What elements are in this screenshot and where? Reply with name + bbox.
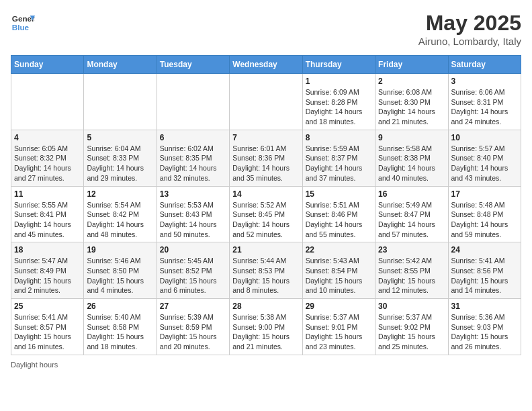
day-info: Sunrise: 6:05 AMSunset: 8:32 PMDaylight:… — [14, 144, 81, 183]
day-info: Sunrise: 6:08 AMSunset: 8:30 PMDaylight:… — [378, 87, 445, 127]
footer: Daylight hours — [11, 361, 521, 369]
day-info: Sunrise: 6:02 AMSunset: 8:35 PMDaylight:… — [160, 144, 226, 183]
calendar-cell: 22Sunrise: 5:43 AMSunset: 8:54 PMDayligh… — [302, 242, 375, 299]
day-number: 18 — [14, 245, 81, 255]
day-number: 25 — [14, 302, 81, 311]
weekday-header: Monday — [84, 56, 157, 74]
day-info: Sunrise: 6:04 AMSunset: 8:33 PMDaylight:… — [87, 144, 153, 183]
day-number: 15 — [306, 189, 372, 199]
day-info: Sunrise: 5:57 AMSunset: 8:40 PMDaylight:… — [451, 144, 518, 183]
day-number: 21 — [232, 245, 299, 255]
calendar-cell: 5Sunrise: 6:04 AMSunset: 8:33 PMDaylight… — [84, 130, 157, 186]
calendar-cell: 2Sunrise: 6:08 AMSunset: 8:30 PMDaylight… — [375, 74, 448, 130]
day-info: Sunrise: 5:45 AMSunset: 8:52 PMDaylight:… — [160, 256, 226, 295]
calendar-cell: 17Sunrise: 5:48 AMSunset: 8:48 PMDayligh… — [448, 186, 521, 242]
day-info: Sunrise: 6:06 AMSunset: 8:31 PMDaylight:… — [451, 87, 518, 127]
day-number: 24 — [451, 245, 518, 255]
day-info: Sunrise: 5:52 AMSunset: 8:45 PMDaylight:… — [232, 200, 299, 240]
day-info: Sunrise: 5:53 AMSunset: 8:43 PMDaylight:… — [160, 200, 226, 240]
calendar-cell: 30Sunrise: 5:37 AMSunset: 9:02 PMDayligh… — [375, 299, 448, 355]
weekday-header: Saturday — [448, 56, 521, 74]
day-info: Sunrise: 5:36 AMSunset: 9:03 PMDaylight:… — [451, 312, 518, 352]
day-info: Sunrise: 5:51 AMSunset: 8:46 PMDaylight:… — [306, 200, 372, 240]
day-info: Sunrise: 5:43 AMSunset: 8:54 PMDaylight:… — [306, 256, 372, 295]
calendar-cell: 25Sunrise: 5:41 AMSunset: 8:57 PMDayligh… — [11, 299, 84, 355]
day-number: 3 — [451, 77, 518, 86]
calendar-cell: 1Sunrise: 6:09 AMSunset: 8:28 PMDaylight… — [302, 74, 375, 130]
calendar-cell: 6Sunrise: 6:02 AMSunset: 8:35 PMDaylight… — [157, 130, 229, 186]
calendar-week-row: 1Sunrise: 6:09 AMSunset: 8:28 PMDaylight… — [11, 74, 521, 130]
day-info: Sunrise: 5:38 AMSunset: 9:00 PMDaylight:… — [232, 312, 299, 352]
calendar-cell — [230, 74, 302, 130]
day-info: Sunrise: 5:47 AMSunset: 8:49 PMDaylight:… — [14, 256, 81, 295]
day-info: Sunrise: 5:37 AMSunset: 9:01 PMDaylight:… — [306, 312, 372, 352]
calendar-cell: 11Sunrise: 5:55 AMSunset: 8:41 PMDayligh… — [11, 186, 84, 242]
day-number: 22 — [306, 245, 372, 255]
day-number: 19 — [87, 245, 153, 255]
day-info: Sunrise: 5:59 AMSunset: 8:37 PMDaylight:… — [306, 144, 372, 183]
day-info: Sunrise: 5:46 AMSunset: 8:50 PMDaylight:… — [87, 256, 153, 295]
weekday-header: Wednesday — [230, 56, 302, 74]
calendar-week-row: 4Sunrise: 6:05 AMSunset: 8:32 PMDaylight… — [11, 130, 521, 186]
day-info: Sunrise: 5:49 AMSunset: 8:47 PMDaylight:… — [378, 200, 445, 240]
calendar-header-row: SundayMondayTuesdayWednesdayThursdayFrid… — [11, 56, 521, 74]
day-number: 8 — [306, 133, 372, 142]
day-info: Sunrise: 5:40 AMSunset: 8:58 PMDaylight:… — [87, 312, 153, 352]
day-number: 10 — [451, 133, 518, 142]
day-number: 13 — [160, 189, 226, 199]
calendar-cell — [157, 74, 229, 130]
calendar-cell: 7Sunrise: 6:01 AMSunset: 8:36 PMDaylight… — [230, 130, 302, 186]
calendar-cell: 13Sunrise: 5:53 AMSunset: 8:43 PMDayligh… — [157, 186, 229, 242]
calendar-subtitle: Airuno, Lombardy, Italy — [418, 36, 521, 47]
calendar-week-row: 25Sunrise: 5:41 AMSunset: 8:57 PMDayligh… — [11, 299, 521, 355]
calendar-cell: 29Sunrise: 5:37 AMSunset: 9:01 PMDayligh… — [302, 299, 375, 355]
page-header: General Blue May 2025 Airuno, Lombardy, … — [11, 11, 521, 47]
day-number: 7 — [232, 133, 299, 142]
weekday-header: Tuesday — [157, 56, 229, 74]
calendar-cell: 18Sunrise: 5:47 AMSunset: 8:49 PMDayligh… — [11, 242, 84, 299]
day-number: 16 — [378, 189, 445, 199]
day-number: 2 — [378, 77, 445, 86]
svg-text:Blue: Blue — [12, 23, 30, 32]
day-number: 11 — [14, 189, 81, 199]
calendar-cell: 28Sunrise: 5:38 AMSunset: 9:00 PMDayligh… — [230, 299, 302, 355]
weekday-header: Friday — [375, 56, 448, 74]
day-number: 30 — [378, 302, 445, 311]
day-number: 17 — [451, 189, 518, 199]
day-info: Sunrise: 5:44 AMSunset: 8:53 PMDaylight:… — [232, 256, 299, 295]
day-number: 31 — [451, 302, 518, 311]
day-number: 27 — [160, 302, 226, 311]
svg-text:General: General — [12, 14, 35, 23]
day-info: Sunrise: 5:41 AMSunset: 8:57 PMDaylight:… — [14, 312, 81, 352]
calendar-cell: 9Sunrise: 5:58 AMSunset: 8:38 PMDaylight… — [375, 130, 448, 186]
day-number: 4 — [14, 133, 81, 142]
day-number: 5 — [87, 133, 153, 142]
day-number: 9 — [378, 133, 445, 142]
weekday-header: Sunday — [11, 56, 84, 74]
day-number: 12 — [87, 189, 153, 199]
calendar-cell: 10Sunrise: 5:57 AMSunset: 8:40 PMDayligh… — [448, 130, 521, 186]
day-number: 23 — [378, 245, 445, 255]
calendar-cell: 14Sunrise: 5:52 AMSunset: 8:45 PMDayligh… — [230, 186, 302, 242]
day-info: Sunrise: 5:39 AMSunset: 8:59 PMDaylight:… — [160, 312, 226, 352]
calendar-table: SundayMondayTuesdayWednesdayThursdayFrid… — [11, 55, 521, 355]
day-number: 20 — [160, 245, 226, 255]
day-number: 6 — [160, 133, 226, 142]
day-info: Sunrise: 5:48 AMSunset: 8:48 PMDaylight:… — [451, 200, 518, 240]
footer-text: Daylight hours — [11, 361, 58, 369]
calendar-cell: 19Sunrise: 5:46 AMSunset: 8:50 PMDayligh… — [84, 242, 157, 299]
day-info: Sunrise: 5:54 AMSunset: 8:42 PMDaylight:… — [87, 200, 153, 240]
calendar-cell: 24Sunrise: 5:41 AMSunset: 8:56 PMDayligh… — [448, 242, 521, 299]
day-info: Sunrise: 5:42 AMSunset: 8:55 PMDaylight:… — [378, 256, 445, 295]
day-info: Sunrise: 5:37 AMSunset: 9:02 PMDaylight:… — [378, 312, 445, 352]
logo: General Blue — [11, 11, 35, 35]
day-number: 29 — [306, 302, 372, 311]
calendar-cell: 20Sunrise: 5:45 AMSunset: 8:52 PMDayligh… — [157, 242, 229, 299]
calendar-cell: 16Sunrise: 5:49 AMSunset: 8:47 PMDayligh… — [375, 186, 448, 242]
day-info: Sunrise: 6:01 AMSunset: 8:36 PMDaylight:… — [232, 144, 299, 183]
day-info: Sunrise: 6:09 AMSunset: 8:28 PMDaylight:… — [306, 87, 372, 127]
calendar-cell: 21Sunrise: 5:44 AMSunset: 8:53 PMDayligh… — [230, 242, 302, 299]
calendar-cell: 8Sunrise: 5:59 AMSunset: 8:37 PMDaylight… — [302, 130, 375, 186]
weekday-header: Thursday — [302, 56, 375, 74]
day-number: 26 — [87, 302, 153, 311]
